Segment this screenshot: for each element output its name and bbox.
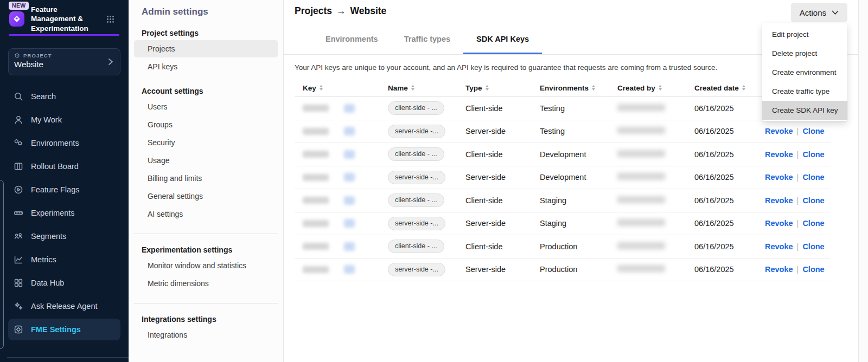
- column-header-type[interactable]: Type: [457, 84, 532, 92]
- revoke-link[interactable]: Revoke: [765, 173, 793, 182]
- sidebar-item-rollout-board[interactable]: Rollout Board: [8, 154, 120, 178]
- redacted-created-by: [617, 104, 665, 111]
- settings-item-groups[interactable]: Groups: [134, 116, 278, 133]
- redacted-key-value: [303, 105, 329, 112]
- sidebar-item-fme-settings[interactable]: FME Settings: [8, 319, 120, 340]
- table-row: client-side - ... Client-side Staging 06…: [295, 189, 830, 212]
- settings-item-security[interactable]: Security: [134, 134, 278, 151]
- sort-icon[interactable]: [659, 85, 662, 90]
- api-key-environment: Development: [532, 150, 609, 159]
- revoke-link[interactable]: Revoke: [765, 196, 793, 205]
- tab-traffic-types[interactable]: Traffic types: [391, 24, 463, 54]
- sidebar-item-environments[interactable]: Environments: [8, 131, 120, 154]
- created-date: 06/16/2025: [686, 242, 757, 251]
- clone-link[interactable]: Clone: [802, 173, 824, 182]
- column-header-name[interactable]: Name: [380, 84, 457, 92]
- link-divider: |: [797, 242, 799, 251]
- settings-item-general-settings[interactable]: General settings: [134, 188, 278, 205]
- api-key-type: Client-side: [457, 150, 532, 159]
- revoke-link[interactable]: Revoke: [765, 127, 793, 135]
- admin-settings-title: Admin settings: [142, 7, 283, 17]
- revoke-link[interactable]: Revoke: [765, 219, 793, 228]
- sidebar-item-segments[interactable]: Segments: [8, 224, 120, 248]
- copy-icon[interactable]: [344, 219, 355, 228]
- sort-icon[interactable]: [592, 85, 595, 90]
- menu-item[interactable]: Create environment: [762, 63, 847, 82]
- app-switcher-grid-icon[interactable]: [106, 15, 114, 25]
- sidebar-item-ask-release-agent[interactable]: Ask Release Agent: [8, 294, 120, 318]
- sidebar-item-search[interactable]: Search: [8, 85, 120, 108]
- clone-link[interactable]: Clone: [802, 150, 824, 159]
- copy-icon[interactable]: [344, 196, 355, 205]
- redacted-key-value: [303, 220, 329, 227]
- clone-link[interactable]: Clone: [802, 219, 824, 228]
- menu-item[interactable]: Edit project: [762, 25, 847, 44]
- data-hub-icon: [14, 278, 23, 288]
- clone-link[interactable]: Clone: [802, 127, 824, 135]
- project-selector[interactable]: PROJECT Website: [8, 48, 120, 75]
- menu-item[interactable]: Delete project: [762, 44, 847, 63]
- menu-item[interactable]: Create SDK API key: [762, 101, 847, 120]
- my-work-icon: [14, 115, 23, 125]
- copy-icon[interactable]: [344, 150, 355, 159]
- api-keys-table: Key Name Type Environments Created by Cr…: [295, 79, 830, 281]
- settings-item-projects[interactable]: Projects: [134, 40, 278, 57]
- api-key-type: Client-side: [457, 242, 532, 251]
- link-divider: |: [797, 127, 799, 135]
- sidebar-item-metrics[interactable]: Metrics: [8, 248, 120, 271]
- settings-item-monitor-window[interactable]: Monitor window and statistics: [134, 257, 278, 274]
- tab-sdk-api-keys[interactable]: SDK API Keys: [463, 24, 542, 54]
- brand-accent-bar: [9, 34, 119, 36]
- scrollbar-gutter[interactable]: [858, 0, 868, 362]
- copy-icon[interactable]: [344, 127, 355, 135]
- revoke-link[interactable]: Revoke: [765, 265, 793, 274]
- sidebar-item-my-work[interactable]: My Work: [8, 108, 120, 131]
- breadcrumb-root[interactable]: Projects: [295, 5, 332, 17]
- copy-icon[interactable]: [344, 242, 355, 251]
- settings-item-metric-dimensions[interactable]: Metric dimensions: [134, 275, 278, 292]
- column-header-created-by[interactable]: Created by: [609, 84, 686, 92]
- breadcrumb-current: Website: [350, 5, 387, 17]
- divider: [134, 234, 278, 234]
- copy-icon[interactable]: [344, 265, 355, 274]
- settings-item-users[interactable]: Users: [134, 98, 278, 115]
- column-header-created-date[interactable]: Created date: [686, 84, 757, 92]
- menu-item[interactable]: Create traffic type: [762, 82, 847, 101]
- clone-link[interactable]: Clone: [802, 265, 824, 274]
- settings-item-integrations[interactable]: Integrations: [134, 326, 278, 344]
- created-date: 06/16/2025: [686, 127, 757, 135]
- api-key-type: Client-side: [457, 104, 532, 113]
- revoke-link[interactable]: Revoke: [765, 150, 793, 159]
- sidebar-item-experiments[interactable]: Experiments: [8, 201, 120, 224]
- clone-link[interactable]: Clone: [802, 196, 824, 205]
- settings-item-billing-and-limits[interactable]: Billing and limits: [134, 170, 278, 187]
- revoke-link[interactable]: Revoke: [765, 242, 793, 251]
- section-experimentation-settings: Experimentation settings: [142, 245, 283, 254]
- created-date: 06/16/2025: [686, 104, 757, 113]
- created-date: 06/16/2025: [686, 150, 757, 159]
- copy-icon[interactable]: [344, 104, 355, 113]
- copy-icon[interactable]: [344, 173, 355, 182]
- sort-icon[interactable]: [742, 85, 745, 90]
- column-header-key[interactable]: Key: [295, 84, 380, 92]
- api-key-type: Server-side: [457, 219, 532, 228]
- column-header-environments[interactable]: Environments: [532, 84, 609, 92]
- metrics-icon: [14, 255, 23, 264]
- sort-icon[interactable]: [411, 85, 414, 90]
- left-drawer-handle[interactable]: [0, 180, 4, 349]
- sidebar-item-feature-flags[interactable]: Feature Flags: [8, 178, 120, 201]
- settings-item-api-keys[interactable]: API keys: [134, 58, 278, 75]
- settings-item-ai-settings[interactable]: AI settings: [134, 205, 278, 223]
- redacted-created-by: [617, 127, 665, 134]
- api-key-name-pill: server-side -...: [388, 263, 445, 276]
- app-logo-icon: [9, 11, 24, 27]
- table-row: server-side -... Server-side Testing 06/…: [295, 120, 830, 144]
- settings-item-usage[interactable]: Usage: [134, 152, 278, 169]
- clone-link[interactable]: Clone: [802, 242, 824, 251]
- table-row: client-side - ... Client-side Developmen…: [295, 143, 830, 166]
- tab-environments[interactable]: Environments: [312, 24, 391, 54]
- actions-button[interactable]: Actions: [791, 3, 847, 22]
- sort-icon[interactable]: [320, 85, 323, 90]
- sidebar-item-data-hub[interactable]: Data Hub: [8, 271, 120, 294]
- sort-icon[interactable]: [486, 85, 489, 90]
